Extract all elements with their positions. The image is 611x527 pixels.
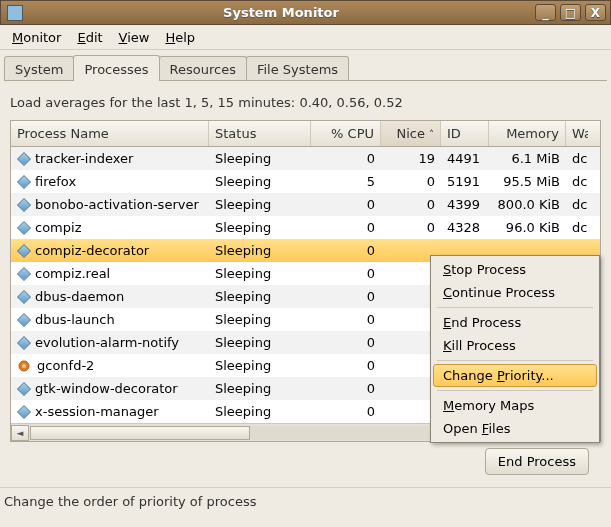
cell-status: Sleeping xyxy=(209,404,311,419)
col-wait[interactable]: Wa xyxy=(566,121,588,146)
cell-cpu: 0 xyxy=(311,335,381,350)
menu-help[interactable]: Help xyxy=(157,27,203,48)
scroll-left-icon[interactable]: ◄ xyxy=(11,425,29,441)
cell-process-name: dbus-launch xyxy=(11,312,209,327)
menu-monitor[interactable]: Monitor xyxy=(4,27,69,48)
cell-status: Sleeping xyxy=(209,151,311,166)
end-process-button[interactable]: End Process xyxy=(485,448,589,475)
cell-status: Sleeping xyxy=(209,289,311,304)
col-status[interactable]: Status xyxy=(209,121,311,146)
minimize-button[interactable]: _ xyxy=(535,4,556,21)
menubar: Monitor Edit View Help xyxy=(0,25,611,50)
col-memory[interactable]: Memory xyxy=(489,121,566,146)
cell-id: 4328 xyxy=(441,220,489,235)
cell-memory: 96.0 KiB xyxy=(489,220,566,235)
cell-nice: 0 xyxy=(381,197,441,212)
cell-status: Sleeping xyxy=(209,266,311,281)
ctx-memory-maps[interactable]: Memory Maps xyxy=(433,394,597,417)
diamond-icon xyxy=(17,266,31,280)
ctx-change-priority[interactable]: Change Priority... xyxy=(433,364,597,387)
cell-cpu: 0 xyxy=(311,151,381,166)
tabs: System Processes Resources File Systems xyxy=(0,53,611,81)
diamond-icon xyxy=(17,174,31,188)
cell-cpu: 5 xyxy=(311,174,381,189)
ctx-open-files[interactable]: Open Files xyxy=(433,417,597,440)
table-row[interactable]: tracker-indexerSleeping01944916.1 MiBdc xyxy=(11,147,600,170)
cell-status: Sleeping xyxy=(209,335,311,350)
cell-cpu: 0 xyxy=(311,404,381,419)
ctx-end-process[interactable]: End Process xyxy=(433,311,597,334)
footer: End Process xyxy=(10,442,601,481)
cell-id: 5191 xyxy=(441,174,489,189)
cell-cpu: 0 xyxy=(311,220,381,235)
menu-edit[interactable]: Edit xyxy=(69,27,110,48)
cell-nice: 0 xyxy=(381,174,441,189)
cell-process-name: firefox xyxy=(11,174,209,189)
tab-filesystems[interactable]: File Systems xyxy=(246,56,349,81)
cell-id: 4491 xyxy=(441,151,489,166)
table-header: Process Name Status % CPU Nice˄ ID Memor… xyxy=(11,121,600,147)
cell-memory: 95.5 MiB xyxy=(489,174,566,189)
cell-process-name: gtk-window-decorator xyxy=(11,381,209,396)
load-averages-text: Load averages for the last 1, 5, 15 minu… xyxy=(10,95,601,110)
cell-status: Sleeping xyxy=(209,174,311,189)
col-cpu[interactable]: % CPU xyxy=(311,121,381,146)
ctx-kill-process[interactable]: Kill Process xyxy=(433,334,597,357)
cell-process-name: evolution-alarm-notify xyxy=(11,335,209,350)
cell-cpu: 0 xyxy=(311,243,381,258)
cell-process-name: x-session-manager xyxy=(11,404,209,419)
menu-view[interactable]: View xyxy=(111,27,158,48)
svg-point-1 xyxy=(22,364,26,368)
col-id[interactable]: ID xyxy=(441,121,489,146)
tab-system[interactable]: System xyxy=(4,56,74,81)
cell-wait: dc xyxy=(566,197,588,212)
status-bar: Change the order of priority of process xyxy=(0,487,611,509)
gear-icon xyxy=(17,359,31,373)
cell-status: Sleeping xyxy=(209,197,311,212)
cell-status: Sleeping xyxy=(209,243,311,258)
cell-cpu: 0 xyxy=(311,381,381,396)
tab-processes[interactable]: Processes xyxy=(73,55,159,81)
cell-cpu: 0 xyxy=(311,358,381,373)
titlebar[interactable]: System Monitor _ □ X xyxy=(0,0,611,25)
window-title: System Monitor xyxy=(29,5,533,20)
scroll-thumb[interactable] xyxy=(30,426,250,440)
cell-cpu: 0 xyxy=(311,289,381,304)
ctx-continue-process[interactable]: Continue Process xyxy=(433,281,597,304)
cell-nice: 0 xyxy=(381,220,441,235)
cell-process-name: tracker-indexer xyxy=(11,151,209,166)
table-row[interactable]: bonobo-activation-serverSleeping00439980… xyxy=(11,193,600,216)
cell-process-name: dbus-daemon xyxy=(11,289,209,304)
cell-cpu: 0 xyxy=(311,312,381,327)
diamond-icon xyxy=(17,381,31,395)
cell-nice: 19 xyxy=(381,151,441,166)
ctx-stop-process[interactable]: Stop Process xyxy=(433,258,597,281)
diamond-icon xyxy=(17,243,31,257)
table-row[interactable]: firefoxSleeping50519195.5 MiBdc xyxy=(11,170,600,193)
diamond-icon xyxy=(17,404,31,418)
app-icon xyxy=(7,5,23,21)
cell-process-name: gconfd-2 xyxy=(11,358,209,373)
cell-status: Sleeping xyxy=(209,358,311,373)
col-nice[interactable]: Nice˄ xyxy=(381,121,441,146)
context-menu: Stop Process Continue Process End Proces… xyxy=(430,255,600,443)
cell-memory: 6.1 MiB xyxy=(489,151,566,166)
diamond-icon xyxy=(17,312,31,326)
cell-id: 4399 xyxy=(441,197,489,212)
cell-cpu: 0 xyxy=(311,266,381,281)
diamond-icon xyxy=(17,197,31,211)
cell-wait: dc xyxy=(566,220,588,235)
cell-memory: 800.0 KiB xyxy=(489,197,566,212)
table-row[interactable]: compizSleeping00432896.0 KiBdc xyxy=(11,216,600,239)
col-process-name[interactable]: Process Name xyxy=(11,121,209,146)
sort-asc-icon: ˄ xyxy=(429,129,434,140)
maximize-button[interactable]: □ xyxy=(560,4,581,21)
tab-resources[interactable]: Resources xyxy=(159,56,247,81)
close-button[interactable]: X xyxy=(585,4,606,21)
cell-status: Sleeping xyxy=(209,312,311,327)
cell-status: Sleeping xyxy=(209,381,311,396)
cell-wait: dc xyxy=(566,151,588,166)
cell-process-name: compiz-decorator xyxy=(11,243,209,258)
diamond-icon xyxy=(17,220,31,234)
cell-wait: dc xyxy=(566,174,588,189)
